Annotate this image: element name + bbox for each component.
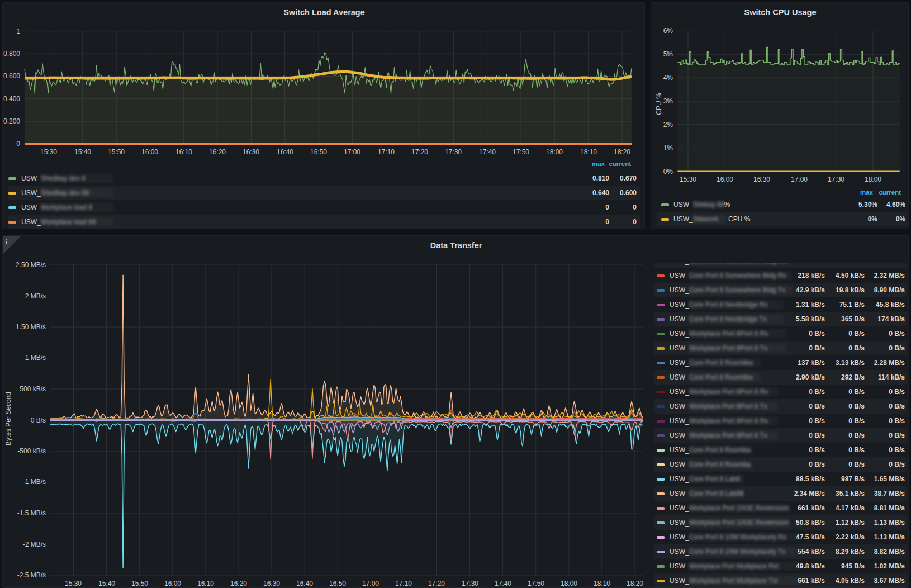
svg-text:i: i [6, 238, 8, 246]
